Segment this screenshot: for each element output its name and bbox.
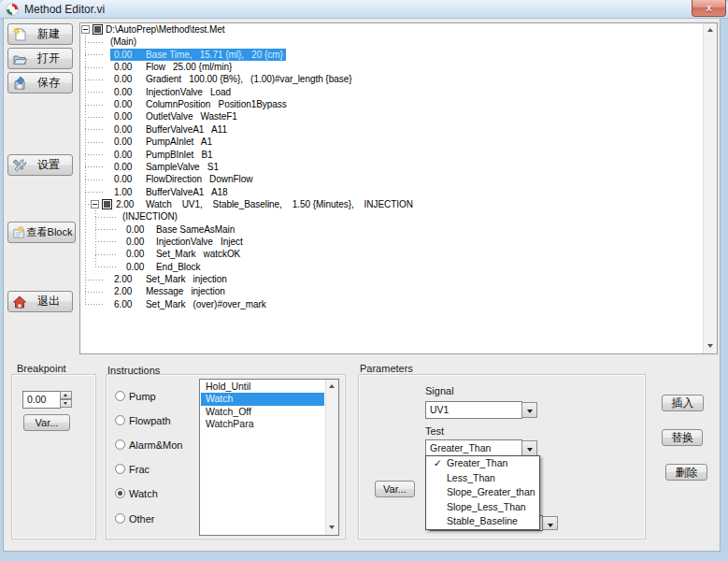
method-tree[interactable]: D:\AutoPrep\Method\test.Met (Main) 0.00B…: [79, 22, 718, 354]
tree-row-selected[interactable]: 0.00Base Time, 15.71 {ml}, 20 {cm}: [80, 49, 95, 61]
tree-row[interactable]: 2.00Set_Mark injection: [80, 273, 95, 285]
tools-icon: [12, 158, 27, 173]
menu-item[interactable]: Slope_Greater_than: [426, 485, 539, 500]
settings-button-label: 设置: [27, 157, 70, 173]
tree-row[interactable]: 0.00Set_Mark watckOK: [80, 248, 95, 260]
tree-row[interactable]: 0.00BufferValveA1 A11: [80, 123, 95, 136]
radio-flowpath[interactable]: [115, 415, 125, 425]
test-label: Test: [425, 425, 444, 437]
tree-row[interactable]: 2.00Message injection: [80, 285, 95, 297]
exit-home-icon: [12, 295, 27, 309]
tree-row[interactable]: 0.00SampleValve S1: [80, 161, 95, 173]
tree-row-root[interactable]: D:\AutoPrep\Method\test.Met: [80, 23, 95, 36]
tree-row[interactable]: 0.00Gradient 100.00 {B%}, (1.00)#var_len…: [80, 73, 95, 85]
radio-alarmmon[interactable]: [115, 439, 125, 450]
tree-row[interactable]: 0.00PumpAInlet A1: [80, 136, 95, 148]
new-button[interactable]: 新建: [7, 23, 73, 45]
tree-row[interactable]: 0.00Base SameAsMain: [80, 223, 95, 236]
radio-alarmmon-label: Alarm&Mon: [129, 439, 182, 451]
test-dropdown-menu: ✓Greater_Than Less_Than Slope_Greater_th…: [425, 455, 540, 530]
new-button-label: 新建: [27, 26, 70, 42]
scroll-up-icon[interactable]: [326, 380, 339, 394]
radio-frac-label: Frac: [129, 464, 150, 475]
tree-row-watch[interactable]: 2.00Watch UV1, Stable_Baseline, 1.50 {Mi…: [80, 198, 95, 210]
list-item-selected[interactable]: Watch: [201, 393, 324, 405]
list-item[interactable]: WatchPara: [201, 418, 324, 430]
view-block-button-label: 查看Block: [26, 225, 73, 239]
tree-scrollbar[interactable]: [703, 23, 717, 353]
tree-row[interactable]: 0.00PumpBInlet B1: [80, 149, 95, 161]
open-button[interactable]: 打开: [7, 48, 73, 69]
radio-pump[interactable]: [115, 391, 125, 401]
radio-flowpath-label: Flowpath: [129, 415, 171, 426]
spin-up-icon[interactable]: [60, 391, 72, 399]
new-document-icon: [12, 27, 27, 42]
tree-row[interactable]: (Main): [80, 36, 95, 48]
collapse-icon[interactable]: [81, 25, 90, 34]
test-dropdown-icon[interactable]: [521, 440, 537, 456]
replace-button[interactable]: 替换: [662, 429, 703, 446]
parameters-var-button[interactable]: Var...: [375, 481, 415, 497]
title-bar: Method Editor.vi x: [0, 0, 728, 19]
radio-watch[interactable]: [115, 488, 125, 498]
signal-dropdown-icon[interactable]: [521, 402, 537, 418]
list-item[interactable]: Hold_Until: [201, 381, 324, 393]
tree-label: (Main): [110, 36, 136, 48]
tree-row[interactable]: 0.00InjectionValve Load: [80, 86, 95, 98]
watch-node-icon: [102, 199, 112, 209]
save-button[interactable]: 保存: [7, 72, 73, 94]
app-icon: [6, 3, 19, 16]
list-scrollbar[interactable]: [325, 380, 338, 535]
scroll-up-icon[interactable]: [704, 23, 717, 37]
parameters-section-label: Parameters: [360, 363, 413, 374]
collapse-icon[interactable]: [91, 200, 99, 209]
tree-row[interactable]: 1.00BufferValveA1 A18: [80, 186, 95, 198]
signal-label: Signal: [425, 385, 454, 396]
insert-button[interactable]: 插入: [662, 395, 704, 411]
radio-other-label: Other: [129, 513, 155, 525]
scroll-down-icon[interactable]: [326, 521, 339, 535]
instruction-list[interactable]: Hold_Until Watch Watch_Off WatchPara: [199, 379, 339, 536]
tree-row[interactable]: 0.00OutletValve WasteF1: [80, 110, 95, 122]
view-block-button[interactable]: 查看Block: [7, 222, 76, 243]
menu-item[interactable]: Less_Than: [426, 471, 539, 486]
tree-row[interactable]: 0.00FlowDirection DownFlow: [80, 173, 95, 185]
radio-watch-label: Watch: [129, 488, 158, 499]
list-item[interactable]: Watch_Off: [201, 406, 324, 418]
menu-item[interactable]: Stable_Baseline: [426, 514, 539, 529]
radio-other[interactable]: [115, 513, 125, 524]
open-folder-icon: [12, 51, 27, 66]
breakpoint-section-label: Breakpoint: [17, 363, 66, 374]
save-button-label: 保存: [27, 75, 70, 91]
selected-row-highlight: 0.00Base Time, 15.71 {ml}, 20 {cm}: [110, 49, 286, 61]
menu-item[interactable]: ✓Greater_Than: [426, 456, 539, 471]
exit-button-label: 退出: [27, 294, 70, 309]
radio-frac[interactable]: [115, 464, 125, 474]
exit-button[interactable]: 退出: [7, 291, 73, 312]
view-block-icon: [12, 225, 26, 239]
scroll-down-icon[interactable]: [704, 339, 717, 353]
save-icon: [12, 76, 27, 91]
breakpoint-input[interactable]: 0.00: [22, 391, 61, 409]
breakpoint-spinner[interactable]: [60, 391, 72, 409]
method-node-icon: [93, 24, 103, 35]
tree-root-label: D:\AutoPrep\Method\test.Met: [106, 23, 225, 36]
value-dropdown-icon[interactable]: [542, 516, 558, 530]
tree-row[interactable]: 6.00Set_Mark (over)#over_mark: [80, 298, 95, 310]
spin-down-icon[interactable]: [60, 399, 72, 408]
breakpoint-var-button[interactable]: Var...: [23, 414, 70, 431]
menu-item[interactable]: Slope_Less_Than: [426, 500, 539, 515]
tree-row[interactable]: (INJECTION): [80, 210, 95, 223]
checkmark-icon: ✓: [434, 456, 442, 471]
settings-button[interactable]: 设置: [7, 154, 73, 176]
tree-row[interactable]: 0.00InjectionValve Inject: [80, 236, 95, 248]
window-title: Method Editor.vi: [24, 3, 105, 16]
tree-row[interactable]: 0.00Flow 25.00 {ml/min}: [80, 61, 95, 73]
tree-row[interactable]: 0.00ColumnPosition Position1Bypass: [80, 98, 95, 110]
close-button[interactable]: x: [692, 0, 726, 17]
window: Method Editor.vi x 新建 打开 保存 设置: [0, 0, 728, 561]
signal-combobox[interactable]: UV1: [425, 401, 522, 419]
delete-button[interactable]: 删除: [665, 464, 707, 481]
tree-row[interactable]: 0.00End_Block: [80, 261, 95, 273]
radio-pump-label: Pump: [129, 391, 156, 402]
